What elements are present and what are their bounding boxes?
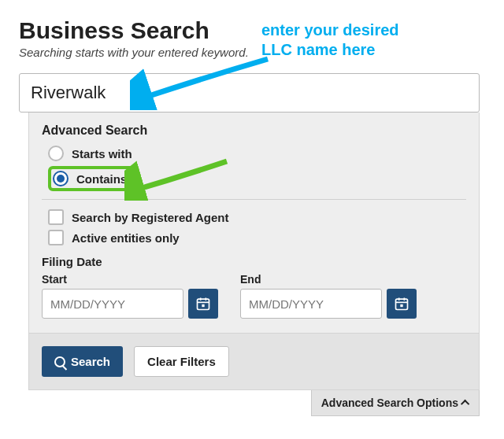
divider (42, 199, 466, 200)
page-title: Business Search (19, 17, 485, 44)
checkbox-active-label: Active entities only (72, 231, 180, 245)
chevron-up-icon (461, 400, 469, 408)
calendar-icon (394, 296, 410, 312)
radio-icon-selected (53, 171, 69, 186)
radio-contains-label: Contains (76, 172, 127, 186)
svg-rect-4 (202, 304, 204, 307)
end-date-input[interactable] (240, 289, 382, 319)
radio-startswith-label: Starts with (72, 147, 132, 160)
radio-icon (48, 146, 64, 161)
calendar-icon (195, 296, 211, 312)
search-button-label: Search (71, 355, 110, 368)
svg-rect-9 (400, 304, 402, 307)
start-date-input[interactable] (42, 289, 183, 319)
checkbox-icon (48, 230, 64, 245)
end-date-calendar-button[interactable] (387, 289, 417, 319)
end-date-label: End (240, 273, 417, 286)
checkbox-agent-label: Search by Registered Agent (72, 211, 229, 224)
clear-button-label: Clear Filters (147, 355, 216, 368)
start-date-calendar-button[interactable] (188, 289, 218, 319)
advanced-options-toggle[interactable]: Advanced Search Options (311, 390, 480, 416)
clear-filters-button[interactable]: Clear Filters (134, 346, 229, 377)
page-subtitle: Searching starts with your entered keywo… (19, 46, 485, 59)
annotation-text: enter your desired LLC name here (261, 20, 399, 60)
advanced-title: Advanced Search (42, 124, 466, 138)
radio-contains[interactable]: Contains (48, 166, 136, 191)
filing-date-title: Filing Date (42, 255, 466, 268)
advanced-search-panel: Advanced Search Starts with Contains Sea… (28, 113, 480, 334)
search-icon (54, 356, 65, 367)
radio-startswith[interactable]: Starts with (42, 146, 466, 161)
advanced-options-label: Advanced Search Options (321, 397, 458, 409)
button-bar: Search Clear Filters (28, 334, 480, 390)
search-input[interactable] (19, 73, 480, 113)
search-button[interactable]: Search (42, 346, 123, 377)
checkbox-registered-agent[interactable]: Search by Registered Agent (42, 209, 466, 225)
svg-rect-0 (198, 299, 209, 309)
checkbox-icon (48, 209, 64, 225)
svg-rect-5 (396, 299, 408, 309)
checkbox-active-only[interactable]: Active entities only (42, 230, 466, 245)
start-date-label: Start (42, 273, 218, 286)
